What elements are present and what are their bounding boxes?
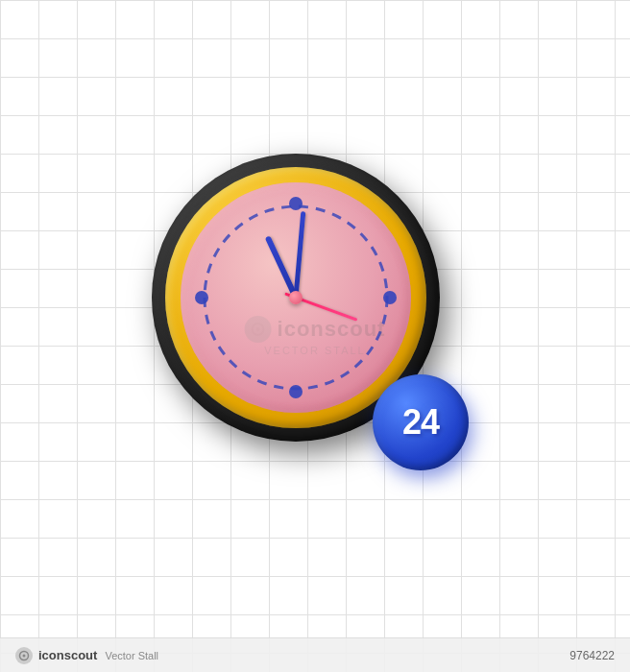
clock-center — [181, 182, 411, 413]
main-container: iconscout Vector Stall — [0, 0, 630, 672]
svg-point-8 — [23, 654, 26, 657]
badge-24: 24 — [373, 374, 469, 470]
center-dot — [289, 291, 303, 304]
badge-24-inner: 24 — [402, 405, 439, 440]
bottom-left: iconscout Vector Stall — [15, 647, 158, 664]
bottom-brand-text: iconscout — [38, 648, 97, 662]
minute-hand — [294, 211, 306, 298]
bottom-logo-icon — [15, 647, 33, 664]
clock-scene: 24 — [152, 154, 478, 480]
badge-24-text: 24 — [402, 405, 439, 440]
bottom-sub-text: Vector Stall — [105, 650, 158, 661]
bottom-bar: iconscout Vector Stall 9764222 — [0, 637, 630, 672]
bottom-id: 9764222 — [569, 649, 615, 662]
